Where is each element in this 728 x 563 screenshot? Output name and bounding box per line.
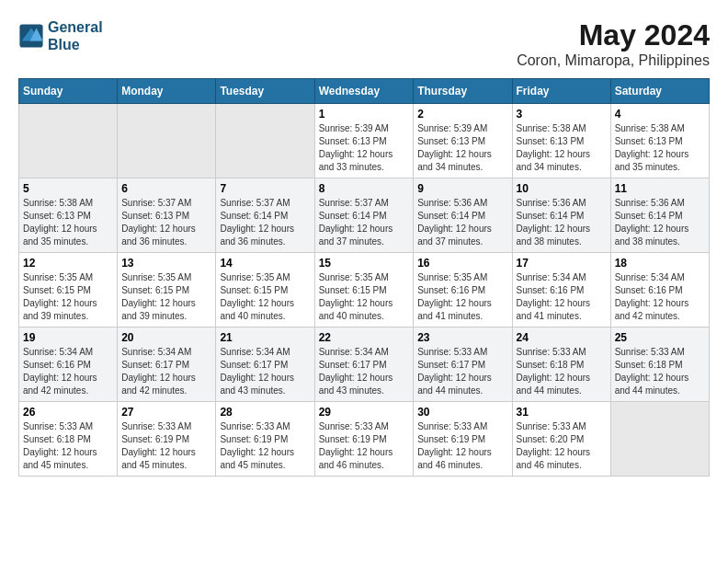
day-info: Sunrise: 5:37 AM Sunset: 6:13 PM Dayligh… [121,197,211,248]
day-number: 13 [121,257,211,270]
calendar-cell [118,104,216,178]
calendar-cell [216,104,314,178]
day-number: 7 [220,182,310,195]
week-row-1: 1Sunrise: 5:39 AM Sunset: 6:13 PM Daylig… [19,104,710,178]
calendar-cell: 10Sunrise: 5:36 AM Sunset: 6:14 PM Dayli… [512,178,610,253]
header-row: SundayMondayTuesdayWednesdayThursdayFrid… [19,79,710,104]
logo-line2: Blue [48,37,80,52]
calendar-cell: 24Sunrise: 5:33 AM Sunset: 6:18 PM Dayli… [512,327,610,402]
day-number: 23 [417,331,507,344]
day-info: Sunrise: 5:39 AM Sunset: 6:13 PM Dayligh… [417,122,507,174]
calendar-cell: 20Sunrise: 5:34 AM Sunset: 6:17 PM Dayli… [118,327,216,402]
day-header-wednesday: Wednesday [314,79,414,104]
day-number: 8 [319,182,410,195]
calendar-cell: 7Sunrise: 5:37 AM Sunset: 6:14 PM Daylig… [216,178,314,253]
day-info: Sunrise: 5:33 AM Sunset: 6:19 PM Dayligh… [121,420,211,472]
day-info: Sunrise: 5:34 AM Sunset: 6:16 PM Dayligh… [615,271,705,323]
day-info: Sunrise: 5:33 AM Sunset: 6:20 PM Dayligh… [517,420,607,472]
day-info: Sunrise: 5:33 AM Sunset: 6:17 PM Dayligh… [417,346,507,397]
day-info: Sunrise: 5:38 AM Sunset: 6:13 PM Dayligh… [23,197,113,248]
day-header-thursday: Thursday [414,79,512,104]
week-row-4: 19Sunrise: 5:34 AM Sunset: 6:16 PM Dayli… [19,327,710,402]
day-number: 18 [615,257,705,270]
calendar-cell: 30Sunrise: 5:33 AM Sunset: 6:19 PM Dayli… [414,402,512,477]
day-info: Sunrise: 5:34 AM Sunset: 6:16 PM Dayligh… [517,271,607,323]
day-number: 31 [517,406,607,419]
day-number: 21 [220,331,310,344]
day-number: 1 [319,108,410,121]
calendar-cell: 2Sunrise: 5:39 AM Sunset: 6:13 PM Daylig… [414,104,512,178]
calendar-cell: 19Sunrise: 5:34 AM Sunset: 6:16 PM Dayli… [19,327,118,402]
day-info: Sunrise: 5:37 AM Sunset: 6:14 PM Dayligh… [319,197,410,248]
day-number: 6 [121,182,211,195]
day-number: 27 [121,406,211,419]
day-info: Sunrise: 5:35 AM Sunset: 6:15 PM Dayligh… [319,271,410,323]
day-number: 20 [121,331,211,344]
day-number: 25 [615,331,705,344]
day-number: 19 [23,331,113,344]
day-header-friday: Friday [512,79,610,104]
day-number: 11 [615,182,705,195]
day-info: Sunrise: 5:33 AM Sunset: 6:18 PM Dayligh… [517,346,607,397]
page-subtitle: Coron, Mimaropa, Philippines [517,52,710,69]
calendar-cell: 12Sunrise: 5:35 AM Sunset: 6:15 PM Dayli… [19,253,118,327]
page-title: May 2024 [517,18,710,52]
calendar-cell: 6Sunrise: 5:37 AM Sunset: 6:13 PM Daylig… [118,178,216,253]
title-block: May 2024 Coron, Mimaropa, Philippines [517,18,710,69]
calendar-table: SundayMondayTuesdayWednesdayThursdayFrid… [18,78,710,477]
day-number: 14 [220,257,310,270]
day-number: 15 [319,257,410,270]
page-header: General Blue May 2024 Coron, Mimaropa, P… [18,18,710,69]
day-number: 3 [517,108,607,121]
day-number: 17 [517,257,607,270]
day-number: 12 [23,257,113,270]
logo: General Blue [18,18,103,53]
day-number: 9 [417,182,507,195]
day-number: 10 [517,182,607,195]
calendar-cell: 14Sunrise: 5:35 AM Sunset: 6:15 PM Dayli… [216,253,314,327]
day-number: 16 [417,257,507,270]
day-info: Sunrise: 5:39 AM Sunset: 6:13 PM Dayligh… [319,122,410,174]
calendar-cell [610,402,709,477]
day-info: Sunrise: 5:35 AM Sunset: 6:16 PM Dayligh… [417,271,507,323]
calendar-cell: 3Sunrise: 5:38 AM Sunset: 6:13 PM Daylig… [512,104,610,178]
calendar-cell: 18Sunrise: 5:34 AM Sunset: 6:16 PM Dayli… [610,253,709,327]
day-info: Sunrise: 5:34 AM Sunset: 6:17 PM Dayligh… [319,346,410,397]
calendar-cell: 8Sunrise: 5:37 AM Sunset: 6:14 PM Daylig… [314,178,414,253]
day-number: 22 [319,331,410,344]
day-header-sunday: Sunday [19,79,118,104]
day-info: Sunrise: 5:38 AM Sunset: 6:13 PM Dayligh… [517,122,607,174]
day-number: 30 [417,406,507,419]
calendar-cell: 9Sunrise: 5:36 AM Sunset: 6:14 PM Daylig… [414,178,512,253]
calendar-cell: 25Sunrise: 5:33 AM Sunset: 6:18 PM Dayli… [610,327,709,402]
calendar-cell: 17Sunrise: 5:34 AM Sunset: 6:16 PM Dayli… [512,253,610,327]
day-number: 26 [23,406,113,419]
day-number: 4 [615,108,705,121]
calendar-cell: 27Sunrise: 5:33 AM Sunset: 6:19 PM Dayli… [118,402,216,477]
calendar-cell: 21Sunrise: 5:34 AM Sunset: 6:17 PM Dayli… [216,327,314,402]
day-info: Sunrise: 5:35 AM Sunset: 6:15 PM Dayligh… [23,271,113,323]
calendar-cell: 13Sunrise: 5:35 AM Sunset: 6:15 PM Dayli… [118,253,216,327]
day-info: Sunrise: 5:35 AM Sunset: 6:15 PM Dayligh… [220,271,310,323]
logo-text: General Blue [48,18,103,53]
day-info: Sunrise: 5:36 AM Sunset: 6:14 PM Dayligh… [517,197,607,248]
week-row-3: 12Sunrise: 5:35 AM Sunset: 6:15 PM Dayli… [19,253,710,327]
day-number: 5 [23,182,113,195]
day-number: 2 [417,108,507,121]
calendar-cell: 23Sunrise: 5:33 AM Sunset: 6:17 PM Dayli… [414,327,512,402]
day-info: Sunrise: 5:33 AM Sunset: 6:19 PM Dayligh… [319,420,410,472]
calendar-cell: 31Sunrise: 5:33 AM Sunset: 6:20 PM Dayli… [512,402,610,477]
day-header-tuesday: Tuesday [216,79,314,104]
logo-line1: General [48,19,103,35]
calendar-cell: 5Sunrise: 5:38 AM Sunset: 6:13 PM Daylig… [19,178,118,253]
calendar-cell: 22Sunrise: 5:34 AM Sunset: 6:17 PM Dayli… [314,327,414,402]
day-number: 28 [220,406,310,419]
day-number: 29 [319,406,410,419]
calendar-cell: 28Sunrise: 5:33 AM Sunset: 6:19 PM Dayli… [216,402,314,477]
day-number: 24 [517,331,607,344]
day-info: Sunrise: 5:36 AM Sunset: 6:14 PM Dayligh… [417,197,507,248]
calendar-cell: 4Sunrise: 5:38 AM Sunset: 6:13 PM Daylig… [610,104,709,178]
week-row-5: 26Sunrise: 5:33 AM Sunset: 6:18 PM Dayli… [19,402,710,477]
calendar-cell: 1Sunrise: 5:39 AM Sunset: 6:13 PM Daylig… [314,104,414,178]
day-info: Sunrise: 5:33 AM Sunset: 6:18 PM Dayligh… [615,346,705,397]
